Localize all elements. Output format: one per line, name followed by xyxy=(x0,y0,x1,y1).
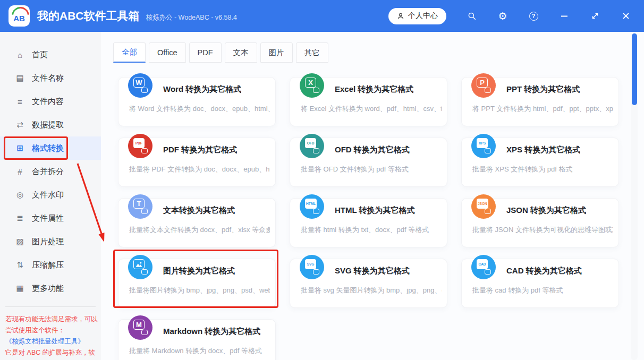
tab-label: Office xyxy=(157,48,177,57)
sidebar-divider xyxy=(5,306,96,307)
user-center-button[interactable]: 个人中心 xyxy=(388,8,446,24)
sidebar-item-image-process[interactable]: ▨ 图片处理 xyxy=(0,230,101,253)
sidebar-item-label: 数据提取 xyxy=(32,120,64,130)
svg-badge-icon: SVG xyxy=(305,259,316,269)
xps-badge-icon: XPS xyxy=(477,138,488,148)
tool-card-desc: 批量将文本文件转换为 docx、pdf、xlsx 等众多格式 xyxy=(129,225,270,235)
tab-图片[interactable]: 图片 xyxy=(260,42,293,63)
sidebar-item-format-convert[interactable]: ⊞ 格式转换 xyxy=(0,136,101,160)
sidebar-item-file-content[interactable]: ≡ 文件内容 xyxy=(0,90,101,113)
tool-card-title: CAD 转换为其它格式 xyxy=(506,266,582,276)
convert-motif-icon xyxy=(313,269,319,275)
tool-card-ppt[interactable]: P PPT 转换为其它格式 将 PPT 文件转换为 html、pdf、ppt、p… xyxy=(461,77,619,126)
convert-motif-icon xyxy=(141,330,148,335)
word-icon: W xyxy=(128,73,152,98)
tool-card-title: HTML 转换为其它格式 xyxy=(335,205,415,216)
minimize-button[interactable] xyxy=(559,11,570,21)
sidebar-item-label: 文件内容 xyxy=(32,97,64,107)
tool-card-ofd[interactable]: OFD OFD 转换为其它格式 批量将 OFD 文件转换为 pdf 等格式 xyxy=(290,138,447,187)
file-name-icon: ▤ xyxy=(15,73,25,83)
file-props-icon: ≣ xyxy=(15,213,25,223)
tab-全部[interactable]: 全部 xyxy=(113,42,146,63)
tool-card-title: PPT 转换为其它格式 xyxy=(506,84,580,95)
ppt-badge-icon: P xyxy=(477,78,488,88)
tool-card-desc: 将 Word 文件转换为 doc、docx、epub、html、pd xyxy=(129,104,270,114)
markdown-badge-icon: M xyxy=(133,320,145,330)
tool-card-html[interactable]: HTML HTML 转换为其它格式 批量将 html 转换为 txt、docx、… xyxy=(290,198,447,247)
sidebar: ⌂ 首页 ▤ 文件名称 ≡ 文件内容 ⇄ 数据提取 ⊞ 格式转换 # 合并拆分 … xyxy=(0,32,101,360)
tool-card-title: Word 转换为其它格式 xyxy=(163,84,241,95)
tool-card-word[interactable]: W Word 转换为其它格式 将 Word 文件转换为 doc、docx、epu… xyxy=(118,77,276,126)
scrollbar[interactable] xyxy=(631,33,638,360)
tab-Office[interactable]: Office xyxy=(149,42,186,63)
sidebar-item-label: 压缩解压 xyxy=(32,260,64,270)
tool-card-svg[interactable]: SVG SVG 转换为其它格式 批量将 svg 矢量图片转换为 bmp、jpg、… xyxy=(290,259,447,308)
pdf-badge-icon: PDF xyxy=(133,138,145,148)
sidebar-item-label: 文件水印 xyxy=(32,190,64,200)
sidebar-item-file-name[interactable]: ▤ 文件名称 xyxy=(0,66,101,90)
tool-card-cad[interactable]: CAD CAD 转换为其它格式 批量将 cad 转换为 pdf 等格式 xyxy=(461,259,619,308)
sidebar-footer-note: 若现有功能无法满足需求，可以 尝试使用这个软件： 《核烁文档批量处理工具》 它是… xyxy=(5,314,98,358)
format-convert-icon: ⊞ xyxy=(15,143,25,153)
settings-gear-icon[interactable]: ⚙ xyxy=(497,11,508,21)
tool-card-desc: 批量将 html 转换为 txt、docx、pdf 等格式 xyxy=(301,225,442,235)
convert-motif-icon xyxy=(485,209,491,214)
convert-motif-icon xyxy=(141,209,148,214)
tool-card-title: JSON 转换为其它格式 xyxy=(506,205,586,216)
main-content: 全部OfficePDF文本图片其它 W Word 转换为其它格式 将 Word … xyxy=(101,32,644,360)
tool-card-title: 文本转换为其它格式 xyxy=(163,205,235,216)
person-icon xyxy=(397,12,404,20)
tab-label: 全部 xyxy=(122,47,137,57)
sidebar-item-home[interactable]: ⌂ 首页 xyxy=(0,43,101,66)
tool-card-pdf[interactable]: PDF PDF 转换为其它格式 批量将 PDF 文件转换为 doc、docx、e… xyxy=(118,138,276,187)
maximize-button[interactable] xyxy=(590,11,600,21)
sidebar-item-file-props[interactable]: ≣ 文件属性 xyxy=(0,207,101,230)
sidebar-item-more[interactable]: ▦ 更多功能 xyxy=(0,277,101,300)
tool-card-xps[interactable]: XPS XPS 转换为其它格式 批量将 XPS 文件转换为 pdf 格式 xyxy=(461,138,619,187)
close-button[interactable] xyxy=(621,11,631,21)
tool-card-desc: 将 Excel 文件转换为 word、pdf、html、csv、txt、 xyxy=(301,104,442,114)
convert-motif-icon xyxy=(485,88,491,93)
tool-card-json[interactable]: JSON JSON 转换为其它格式 批量将 JSON 文件转换为可视化的思维导图… xyxy=(461,198,619,247)
sidebar-item-label: 图片处理 xyxy=(32,237,64,247)
home-icon: ⌂ xyxy=(15,50,25,59)
tab-label: 图片 xyxy=(269,48,284,58)
category-tabs: 全部OfficePDF文本图片其它 xyxy=(101,32,644,63)
sidebar-item-merge-split[interactable]: # 合并拆分 xyxy=(0,160,101,183)
sidebar-item-watermark[interactable]: ◎ 文件水印 xyxy=(0,183,101,207)
search-icon[interactable] xyxy=(467,11,477,21)
tool-card-markdown[interactable]: M Markdown 转换为其它格式 批量将 Markdown 转换为 docx… xyxy=(118,319,276,360)
json-icon: JSON xyxy=(471,194,496,219)
convert-motif-icon xyxy=(313,88,319,93)
sidebar-item-label: 首页 xyxy=(32,50,48,60)
sidebar-item-label: 格式转换 xyxy=(32,143,64,153)
image-icon xyxy=(128,255,152,279)
convert-motif-icon xyxy=(485,148,491,153)
ppt-icon: P xyxy=(471,73,496,98)
excel-icon: X xyxy=(300,73,324,98)
footer-note-line: 若现有功能无法满足需求，可以 xyxy=(5,314,98,325)
more-icon: ▦ xyxy=(15,284,25,293)
tab-其它[interactable]: 其它 xyxy=(296,42,328,63)
data-extract-icon: ⇄ xyxy=(15,120,25,130)
promo-link[interactable]: 《核烁文档批量处理工具》 xyxy=(5,336,98,347)
tab-PDF[interactable]: PDF xyxy=(189,42,222,63)
tool-card-text[interactable]: T 文本转换为其它格式 批量将文本文件转换为 docx、pdf、xlsx 等众多… xyxy=(118,198,276,247)
help-icon[interactable]: ? xyxy=(528,11,539,21)
scrollbar-thumb[interactable] xyxy=(632,33,637,105)
svg-icon: SVG xyxy=(300,255,324,279)
tab-文本[interactable]: 文本 xyxy=(225,42,257,63)
tool-card-excel[interactable]: X Excel 转换为其它格式 将 Excel 文件转换为 word、pdf、h… xyxy=(290,77,447,126)
title-bar: AB 我的ABC软件工具箱 核烁办公 - WodeABC - v6.58.4 个… xyxy=(0,0,644,32)
sidebar-item-compress[interactable]: ⇅ 压缩解压 xyxy=(0,253,101,277)
footer-note-line: 尝试使用这个软件： xyxy=(5,325,98,336)
tab-label: 文本 xyxy=(233,48,249,58)
tool-card-image[interactable]: 图片转换为其它格式 批量将图片转换为 bmp、jpg、png、psd、webp、 xyxy=(118,259,276,308)
convert-motif-icon xyxy=(313,209,319,214)
convert-motif-icon xyxy=(141,88,148,93)
app-logo: AB xyxy=(9,5,30,27)
tool-card-grid: W Word 转换为其它格式 将 Word 文件转换为 doc、docx、epu… xyxy=(118,77,619,360)
sidebar-item-data-extract[interactable]: ⇄ 数据提取 xyxy=(0,113,101,136)
tab-label: PDF xyxy=(198,48,213,57)
cad-badge-icon: CAD xyxy=(477,259,488,269)
